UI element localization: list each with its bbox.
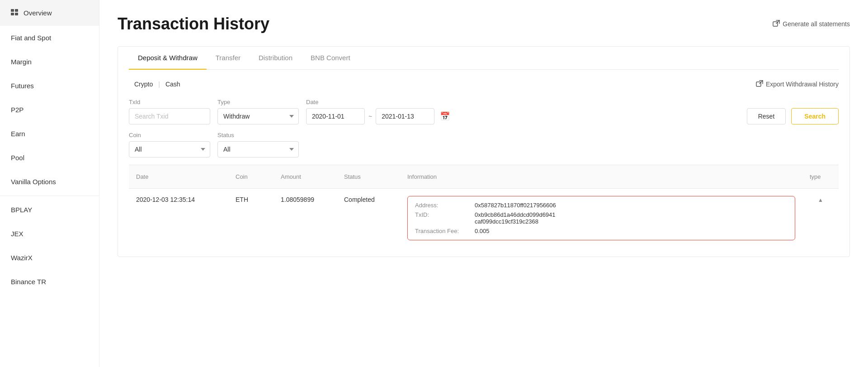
sidebar-item-margin[interactable]: Margin xyxy=(0,50,99,74)
date-to-input[interactable] xyxy=(376,108,434,124)
txid-info-label: TxID: xyxy=(415,211,469,225)
table: Date Coin Amount Status Information type… xyxy=(129,165,839,248)
info-txid-row: TxID: 0xb9cb86d1a46ddcd099d6941 caf099dc… xyxy=(415,211,788,225)
info-box: Address: 0x587827b11870ff0217956606 TxID… xyxy=(407,196,795,240)
export-withdrawal-link[interactable]: Export Withdrawal History xyxy=(756,80,839,89)
cell-expand[interactable]: ▲ xyxy=(802,196,839,203)
col-header-type: type xyxy=(802,170,839,184)
sidebar: Overview Fiat and Spot Margin Futures P2… xyxy=(0,0,99,367)
sidebar-item-binance-tr[interactable]: Binance TR xyxy=(0,270,99,294)
address-value: 0x587827b11870ff0217956606 xyxy=(475,202,556,209)
date-label: Date xyxy=(306,99,450,105)
address-label: Address: xyxy=(415,202,469,209)
cell-coin: ETH xyxy=(228,196,274,203)
sidebar-item-fiat-and-spot[interactable]: Fiat and Spot xyxy=(0,26,99,50)
svg-rect-0 xyxy=(11,9,14,12)
svg-rect-1 xyxy=(15,9,18,12)
export-icon xyxy=(756,80,763,89)
sidebar-item-label: JEX xyxy=(11,230,24,238)
date-filter-group: Date ~ 📅 xyxy=(306,99,450,124)
page-title: Transaction History xyxy=(118,14,269,33)
svg-rect-2 xyxy=(11,13,14,15)
sidebar-item-label: P2P xyxy=(11,106,24,114)
filter-row-1: TxId Type Withdraw Date ~ 📅 xyxy=(129,99,839,124)
date-from-input[interactable] xyxy=(306,108,365,124)
coin-filter-group: Coin All xyxy=(129,132,210,157)
cell-date: 2020-12-03 12:35:14 xyxy=(129,196,228,203)
date-separator: ~ xyxy=(368,113,372,120)
tab-distribution[interactable]: Distribution xyxy=(250,47,302,70)
sub-tab-crypto[interactable]: Crypto xyxy=(129,79,158,90)
info-fee-row: Transaction Fee: 0.005 xyxy=(415,228,788,234)
sidebar-item-jex[interactable]: JEX xyxy=(0,222,99,246)
filter-row-2: Coin All Status All xyxy=(129,132,839,157)
col-header-amount: Amount xyxy=(274,170,337,184)
sidebar-item-overview[interactable]: Overview xyxy=(0,0,99,26)
sidebar-item-wazirx[interactable]: WazirX xyxy=(0,246,99,270)
tab-transfer[interactable]: Transfer xyxy=(207,47,250,70)
tabs-container: Deposit & Withdraw Transfer Distribution… xyxy=(118,46,850,257)
tabs: Deposit & Withdraw Transfer Distribution… xyxy=(129,47,839,70)
cell-amount: 1.08059899 xyxy=(274,196,337,203)
cell-info: Address: 0x587827b11870ff0217956606 TxID… xyxy=(400,196,802,240)
filter-actions: Reset Search xyxy=(747,108,839,124)
coin-select[interactable]: All xyxy=(129,141,210,157)
sidebar-item-label: Margin xyxy=(11,58,32,66)
sidebar-item-p2p[interactable]: P2P xyxy=(0,98,99,122)
page-header: Transaction History Generate all stateme… xyxy=(118,14,850,33)
txid-input[interactable] xyxy=(129,108,210,124)
sidebar-divider xyxy=(0,195,99,196)
sidebar-item-label: Futures xyxy=(11,82,34,90)
status-filter-group: Status All xyxy=(217,132,299,157)
txid-info-value: 0xb9cb86d1a46ddcd099d6941 caf099dcc19cf3… xyxy=(475,211,556,225)
txid-filter-group: TxId xyxy=(129,99,210,124)
cell-status: Completed xyxy=(337,196,400,203)
filter-area: Crypto | Cash Export Withdrawal History xyxy=(129,70,839,257)
type-label: Type xyxy=(217,99,299,105)
tab-deposit-withdraw[interactable]: Deposit & Withdraw xyxy=(129,47,207,70)
sidebar-item-pool[interactable]: Pool xyxy=(0,146,99,170)
sub-tabs: Crypto | Cash Export Withdrawal History xyxy=(129,79,839,90)
table-header: Date Coin Amount Status Information type xyxy=(129,165,839,188)
calendar-icon[interactable]: 📅 xyxy=(440,111,450,121)
sidebar-item-label: Overview xyxy=(24,9,52,17)
col-header-info: Information xyxy=(400,170,802,184)
export-label: Export Withdrawal History xyxy=(766,81,839,88)
sidebar-item-vanilla-options[interactable]: Vanilla Options xyxy=(0,170,99,194)
col-header-status: Status xyxy=(337,170,400,184)
sidebar-item-label: Vanilla Options xyxy=(11,178,56,186)
tab-bnb-convert[interactable]: BNB Convert xyxy=(302,47,359,70)
col-header-date: Date xyxy=(129,170,228,184)
status-label: Status xyxy=(217,132,299,138)
sidebar-item-label: Fiat and Spot xyxy=(11,34,51,42)
fee-label: Transaction Fee: xyxy=(415,228,469,234)
coin-label: Coin xyxy=(129,132,210,138)
sidebar-item-label: Binance TR xyxy=(11,278,46,286)
col-header-coin: Coin xyxy=(228,170,274,184)
sidebar-item-bplay[interactable]: BPLAY xyxy=(0,198,99,222)
sidebar-item-label: Pool xyxy=(11,154,24,162)
main-content: Transaction History Generate all stateme… xyxy=(99,0,868,367)
generate-statements-label: Generate all statements xyxy=(783,20,850,28)
sidebar-item-label: Earn xyxy=(11,130,25,138)
status-select[interactable]: All xyxy=(217,141,299,157)
grid-icon xyxy=(11,9,19,17)
table-row: 2020-12-03 12:35:14 ETH 1.08059899 Compl… xyxy=(129,188,839,248)
generate-statements-link[interactable]: Generate all statements xyxy=(773,20,850,29)
sidebar-item-label: WazirX xyxy=(11,254,33,262)
sub-tab-cash[interactable]: Cash xyxy=(160,79,186,90)
external-link-icon xyxy=(773,20,780,29)
sidebar-item-futures[interactable]: Futures xyxy=(0,74,99,98)
type-filter-group: Type Withdraw xyxy=(217,99,299,124)
type-select[interactable]: Withdraw xyxy=(217,108,299,124)
search-button[interactable]: Search xyxy=(791,108,839,124)
date-range: ~ 📅 xyxy=(306,108,450,124)
reset-button[interactable]: Reset xyxy=(747,108,786,124)
sidebar-item-earn[interactable]: Earn xyxy=(0,122,99,146)
info-address-row: Address: 0x587827b11870ff0217956606 xyxy=(415,202,788,209)
txid-label: TxId xyxy=(129,99,210,105)
fee-value: 0.005 xyxy=(475,228,490,234)
sidebar-item-label: BPLAY xyxy=(11,206,32,214)
svg-rect-3 xyxy=(15,13,18,15)
